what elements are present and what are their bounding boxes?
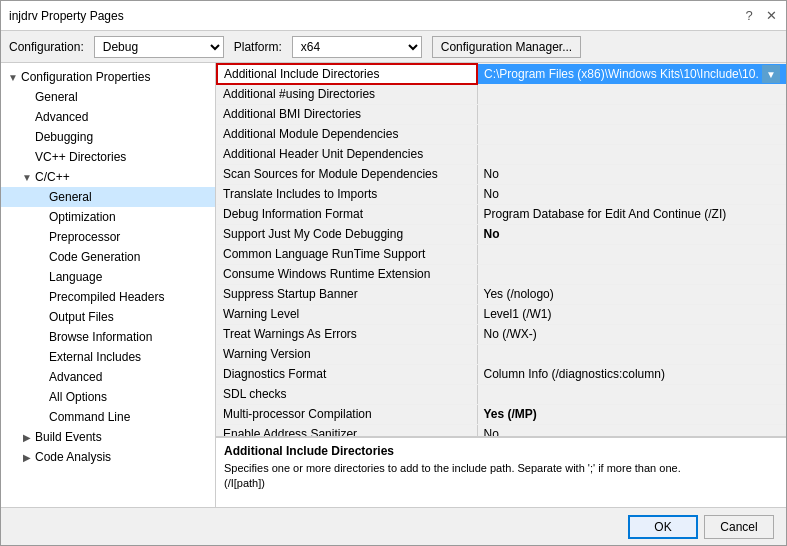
property-name: Scan Sources for Module Dependencies: [217, 164, 477, 184]
tree-arrow-code-analysis: ▶: [19, 452, 35, 463]
sidebar-item-advanced[interactable]: Advanced: [1, 107, 215, 127]
property-name: Warning Level: [217, 304, 477, 324]
property-name: Additional #using Directories: [217, 84, 477, 104]
selected-property-value: C:\Program Files (x86)\Windows Kits\10\I…: [484, 67, 762, 81]
ok-button[interactable]: OK: [628, 515, 698, 539]
sidebar-item-build-events[interactable]: ▶Build Events: [1, 427, 215, 447]
property-row[interactable]: Additional #using Directories: [217, 84, 786, 104]
description-title: Additional Include Directories: [224, 444, 778, 458]
property-value: No (/WX-): [477, 324, 786, 344]
property-value: [477, 244, 786, 264]
property-row[interactable]: Treat Warnings As ErrorsNo (/WX-): [217, 324, 786, 344]
sidebar-label-language: Language: [49, 270, 102, 284]
description-panel: Additional Include Directories Specifies…: [216, 437, 786, 507]
sidebar-item-browse-information[interactable]: Browse Information: [1, 327, 215, 347]
sidebar-item-vc-directories[interactable]: VC++ Directories: [1, 147, 215, 167]
property-row[interactable]: Common Language RunTime Support: [217, 244, 786, 264]
property-row[interactable]: Support Just My Code DebuggingNo: [217, 224, 786, 244]
sidebar-label-external-includes: External Includes: [49, 350, 141, 364]
property-value: Column Info (/diagnostics:column): [477, 364, 786, 384]
sidebar-item-cpp-general[interactable]: General: [1, 187, 215, 207]
property-value: C:\Program Files (x86)\Windows Kits\10\I…: [477, 64, 786, 84]
property-value: [477, 344, 786, 364]
property-value: [477, 84, 786, 104]
property-row[interactable]: Warning LevelLevel1 (/W1): [217, 304, 786, 324]
property-name: Common Language RunTime Support: [217, 244, 477, 264]
property-name: Additional Include Directories: [217, 64, 477, 84]
property-name: Warning Version: [217, 344, 477, 364]
property-row[interactable]: Additional BMI Directories: [217, 104, 786, 124]
property-value: Program Database for Edit And Continue (…: [477, 204, 786, 224]
sidebar-label-output-files: Output Files: [49, 310, 114, 324]
sidebar-item-optimization[interactable]: Optimization: [1, 207, 215, 227]
sidebar-label-optimization: Optimization: [49, 210, 116, 224]
property-row[interactable]: SDL checks: [217, 384, 786, 404]
close-button[interactable]: ✕: [764, 9, 778, 23]
property-row[interactable]: Scan Sources for Module DependenciesNo: [217, 164, 786, 184]
property-row[interactable]: Warning Version: [217, 344, 786, 364]
configuration-manager-button[interactable]: Configuration Manager...: [432, 36, 581, 58]
property-name: Consume Windows Runtime Extension: [217, 264, 477, 284]
sidebar-item-code-analysis[interactable]: ▶Code Analysis: [1, 447, 215, 467]
property-pages-window: injdrv Property Pages ? ✕ Configuration:…: [0, 0, 787, 546]
property-row[interactable]: Debug Information FormatProgram Database…: [217, 204, 786, 224]
property-row[interactable]: Multi-processor CompilationYes (/MP): [217, 404, 786, 424]
sidebar-label-cpp-general: General: [49, 190, 92, 204]
property-value: [477, 384, 786, 404]
property-name: Treat Warnings As Errors: [217, 324, 477, 344]
sidebar-label-general: General: [35, 90, 78, 104]
property-value: Level1 (/W1): [477, 304, 786, 324]
help-button[interactable]: ?: [742, 9, 756, 23]
sidebar-label-configuration-properties: Configuration Properties: [21, 70, 150, 84]
property-row[interactable]: Additional Include DirectoriesC:\Program…: [217, 64, 786, 84]
sidebar-item-preprocessor[interactable]: Preprocessor: [1, 227, 215, 247]
main-area: ▼Configuration PropertiesGeneralAdvanced…: [1, 63, 786, 507]
sidebar: ▼Configuration PropertiesGeneralAdvanced…: [1, 63, 216, 507]
property-row[interactable]: Suppress Startup BannerYes (/nologo): [217, 284, 786, 304]
sidebar-label-advanced: Advanced: [35, 110, 88, 124]
sidebar-item-external-includes[interactable]: External Includes: [1, 347, 215, 367]
sidebar-label-build-events: Build Events: [35, 430, 102, 444]
sidebar-label-all-options: All Options: [49, 390, 107, 404]
property-row[interactable]: Consume Windows Runtime Extension: [217, 264, 786, 284]
sidebar-label-precompiled-headers: Precompiled Headers: [49, 290, 164, 304]
sidebar-item-cpp[interactable]: ▼C/C++: [1, 167, 215, 187]
property-value: Yes (/nologo): [477, 284, 786, 304]
property-row[interactable]: Translate Includes to ImportsNo: [217, 184, 786, 204]
sidebar-label-code-generation: Code Generation: [49, 250, 140, 264]
title-bar-controls: ? ✕: [742, 9, 778, 23]
property-value: No: [477, 224, 786, 244]
sidebar-item-output-files[interactable]: Output Files: [1, 307, 215, 327]
tree-arrow-build-events: ▶: [19, 432, 35, 443]
property-name: Translate Includes to Imports: [217, 184, 477, 204]
config-bar: Configuration: Debug Platform: x64 Confi…: [1, 31, 786, 63]
property-value: [477, 264, 786, 284]
platform-select[interactable]: x64: [292, 36, 422, 58]
sidebar-item-command-line[interactable]: Command Line: [1, 407, 215, 427]
property-value: Yes (/MP): [477, 404, 786, 424]
property-row[interactable]: Additional Header Unit Dependencies: [217, 144, 786, 164]
property-name: Support Just My Code Debugging: [217, 224, 477, 244]
sidebar-item-advanced2[interactable]: Advanced: [1, 367, 215, 387]
property-value: [477, 104, 786, 124]
sidebar-item-configuration-properties[interactable]: ▼Configuration Properties: [1, 67, 215, 87]
platform-label: Platform:: [234, 40, 282, 54]
sidebar-item-debugging[interactable]: Debugging: [1, 127, 215, 147]
tree-arrow-configuration-properties: ▼: [5, 72, 21, 83]
property-row[interactable]: Enable Address SanitizerNo: [217, 424, 786, 437]
property-value-dropdown[interactable]: ▼: [762, 65, 780, 83]
property-value: No: [477, 424, 786, 437]
sidebar-item-precompiled-headers[interactable]: Precompiled Headers: [1, 287, 215, 307]
property-row[interactable]: Diagnostics FormatColumn Info (/diagnost…: [217, 364, 786, 384]
property-name: Suppress Startup Banner: [217, 284, 477, 304]
property-row[interactable]: Additional Module Dependencies: [217, 124, 786, 144]
sidebar-item-language[interactable]: Language: [1, 267, 215, 287]
property-name: SDL checks: [217, 384, 477, 404]
sidebar-item-general[interactable]: General: [1, 87, 215, 107]
sidebar-label-preprocessor: Preprocessor: [49, 230, 120, 244]
sidebar-item-all-options[interactable]: All Options: [1, 387, 215, 407]
sidebar-item-code-generation[interactable]: Code Generation: [1, 247, 215, 267]
property-name: Enable Address Sanitizer: [217, 424, 477, 437]
configuration-select[interactable]: Debug: [94, 36, 224, 58]
cancel-button[interactable]: Cancel: [704, 515, 774, 539]
